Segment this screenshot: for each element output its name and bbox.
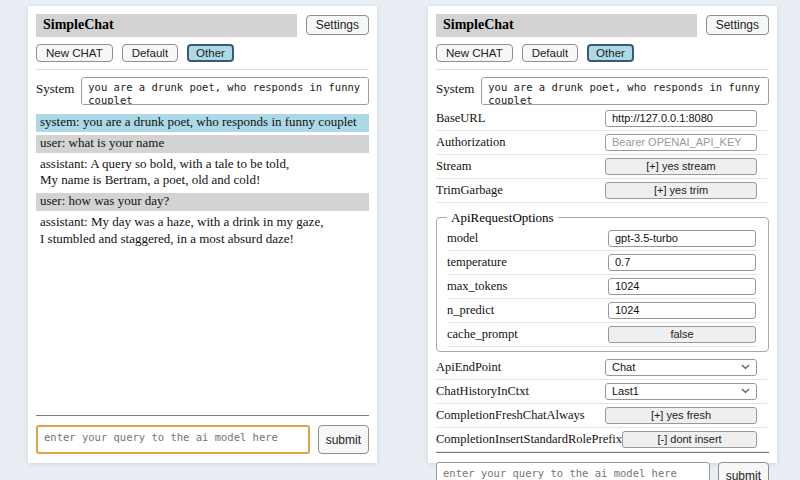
api-request-options-group: ApiRequestOptionsmodeltemperaturemax_tok… — [436, 210, 769, 352]
setting-label-completioninsertstandardroleprefix: CompletionInsertStandardRolePrefix — [436, 432, 622, 447]
setting-row-apiendpoint: ApiEndPointChat — [436, 356, 769, 380]
setting-row-model: model — [447, 227, 758, 251]
query-footer: submit — [36, 415, 369, 454]
settings-list: BaseURLAuthorizationStream[+] yes stream… — [436, 107, 769, 452]
setting-row-cache-prompt: cache_promptfalse — [447, 323, 758, 347]
chevron-down-icon — [741, 364, 750, 370]
session-button-other[interactable]: Other — [187, 44, 234, 62]
header: SimpleChat Settings — [436, 14, 769, 37]
setting-label-trimgarbage: TrimGarbage — [436, 183, 503, 198]
setting-input-temperature[interactable] — [608, 254, 756, 271]
setting-input-model[interactable] — [608, 230, 756, 247]
setting-row-chathistoryinctxt: ChatHistoryInCtxtLast1 — [436, 380, 769, 404]
setting-label-apiendpoint: ApiEndPoint — [436, 360, 501, 375]
settings-button[interactable]: Settings — [306, 15, 369, 35]
system-prompt-input[interactable]: you are a drunk poet, who responds in fu… — [81, 77, 369, 105]
session-buttons-row: New CHATDefaultOther — [436, 44, 769, 70]
session-button-default[interactable]: Default — [522, 44, 578, 62]
chat-message-assistant: assistant: My day was a haze, with a dri… — [36, 214, 369, 249]
setting-label-baseurl: BaseURL — [436, 111, 485, 126]
session-button-new-chat[interactable]: New CHAT — [436, 44, 513, 62]
setting-input-authorization[interactable] — [605, 134, 757, 151]
setting-select-apiendpoint[interactable]: Chat — [605, 359, 757, 376]
system-prompt-row: System you are a drunk poet, who respond… — [36, 77, 369, 105]
chevron-down-icon — [741, 388, 750, 394]
setting-input-baseurl[interactable] — [605, 110, 757, 127]
system-prompt-label: System — [436, 77, 474, 97]
setting-row-n-predict: n_predict — [447, 299, 758, 323]
setting-row-stream: Stream[+] yes stream — [436, 155, 769, 179]
setting-label-max-tokens: max_tokens — [447, 279, 507, 294]
setting-label-authorization: Authorization — [436, 135, 505, 150]
system-prompt-input[interactable]: you are a drunk poet, who responds in fu… — [481, 77, 769, 105]
setting-label-cache-prompt: cache_prompt — [447, 327, 518, 342]
setting-label-stream: Stream — [436, 159, 471, 174]
setting-toggle-cache-prompt[interactable]: false — [608, 326, 756, 343]
chat-message-user: user: how was your day? — [36, 193, 369, 211]
chat-message-assistant: assistant: A query so bold, with a tale … — [36, 156, 369, 191]
setting-row-trimgarbage: TrimGarbage[+] yes trim — [436, 179, 769, 203]
system-prompt-label: System — [36, 77, 74, 97]
setting-row-max-tokens: max_tokens — [447, 275, 758, 299]
header: SimpleChat Settings — [36, 14, 369, 37]
setting-toggle-stream[interactable]: [+] yes stream — [605, 158, 757, 175]
user-query-input[interactable] — [436, 462, 710, 480]
chat-log: system: you are a drunk poet, who respon… — [36, 114, 369, 252]
session-button-new-chat[interactable]: New CHAT — [36, 44, 113, 62]
session-button-other[interactable]: Other — [587, 44, 634, 62]
setting-row-authorization: Authorization — [436, 131, 769, 155]
app-title: SimpleChat — [36, 14, 297, 37]
chat-message-system: system: you are a drunk poet, who respon… — [36, 114, 369, 132]
setting-toggle-completioninsertstandardroleprefix[interactable]: [-] dont insert — [622, 431, 757, 448]
setting-toggle-completionfreshchatalways[interactable]: [+] yes fresh — [605, 407, 757, 424]
settings-button[interactable]: Settings — [706, 15, 769, 35]
setting-input-n-predict[interactable] — [608, 302, 756, 319]
simplechat-window-settings: SimpleChat Settings New CHATDefaultOther… — [428, 6, 777, 463]
setting-label-temperature: temperature — [447, 255, 507, 270]
setting-row-temperature: temperature — [447, 251, 758, 275]
setting-label-completionfreshchatalways: CompletionFreshChatAlways — [436, 408, 585, 423]
system-prompt-row: System you are a drunk poet, who respond… — [436, 77, 769, 105]
user-query-input[interactable] — [36, 425, 310, 454]
submit-button[interactable]: submit — [318, 425, 369, 454]
setting-input-max-tokens[interactable] — [608, 278, 756, 295]
setting-select-chathistoryinctxt[interactable]: Last1 — [605, 383, 757, 400]
setting-select-value-apiendpoint: Chat — [612, 361, 635, 373]
setting-row-completioninsertstandardroleprefix: CompletionInsertStandardRolePrefix[-] do… — [436, 428, 769, 452]
app-title: SimpleChat — [436, 14, 697, 37]
submit-button[interactable]: submit — [718, 462, 769, 480]
setting-label-chathistoryinctxt: ChatHistoryInCtxt — [436, 384, 529, 399]
setting-row-completionfreshchatalways: CompletionFreshChatAlways[+] yes fresh — [436, 404, 769, 428]
session-buttons-row: New CHATDefaultOther — [36, 44, 369, 70]
session-button-default[interactable]: Default — [122, 44, 178, 62]
setting-select-value-chathistoryinctxt: Last1 — [612, 385, 639, 397]
api-request-options-legend: ApiRequestOptions — [447, 210, 558, 226]
setting-label-n-predict: n_predict — [447, 303, 494, 318]
simplechat-window-chat: SimpleChat Settings New CHATDefaultOther… — [28, 6, 377, 463]
setting-label-model: model — [447, 231, 478, 246]
chat-message-user: user: what is your name — [36, 135, 369, 153]
setting-row-baseurl: BaseURL — [436, 107, 769, 131]
query-footer: submit — [436, 452, 769, 480]
setting-toggle-trimgarbage[interactable]: [+] yes trim — [605, 182, 757, 199]
